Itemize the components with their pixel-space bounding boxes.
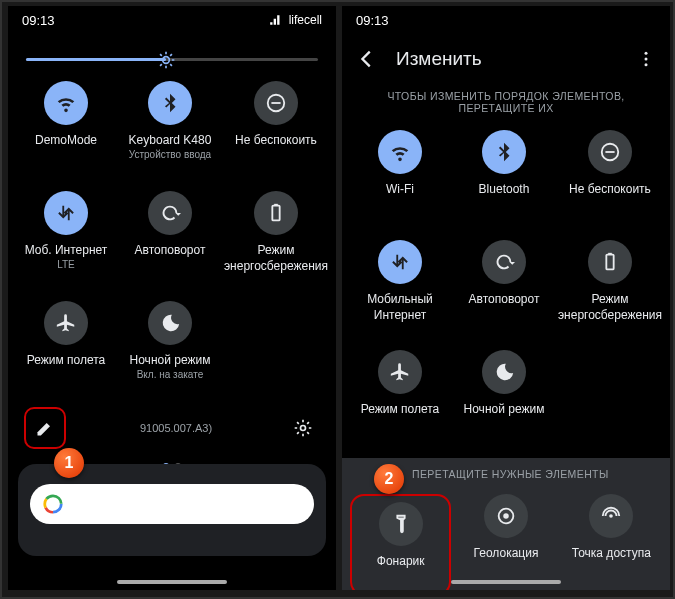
tile-label: Не беспокоить xyxy=(569,182,651,198)
tile-label: Keyboard K480 xyxy=(129,133,212,149)
tile-flashlight[interactable]: Фонарик xyxy=(356,502,445,588)
tile-sublabel: LTE xyxy=(57,259,75,270)
step-badge-1: 1 xyxy=(54,448,84,478)
build-number: 91005.007.A3) xyxy=(66,422,286,434)
flashlight-icon xyxy=(390,513,412,535)
tile-dnd[interactable]: Не беспокоить xyxy=(224,81,328,167)
clock: 09:13 xyxy=(22,13,55,28)
hotspot-icon xyxy=(600,505,622,527)
step-badge-2: 2 xyxy=(374,464,404,494)
tile-sublabel: Вкл. на закате xyxy=(137,369,204,380)
tile-label: Wi-Fi xyxy=(386,182,414,198)
tile-dnd[interactable]: Не беспокоить xyxy=(558,130,662,216)
bluetooth-icon xyxy=(493,141,515,163)
tile-label: Режим энергосбережения xyxy=(558,292,662,323)
tile-label: Bluetooth xyxy=(479,182,530,198)
back-button[interactable] xyxy=(356,48,378,70)
tile-location[interactable]: Геолокация xyxy=(455,494,556,590)
wifi-icon xyxy=(55,92,77,114)
data-icon xyxy=(55,202,77,224)
gesture-bar[interactable] xyxy=(451,580,561,584)
search-bar[interactable] xyxy=(30,484,314,524)
gesture-bar[interactable] xyxy=(117,580,227,584)
tile-data[interactable]: Мобильный Интернет xyxy=(350,240,450,326)
dnd-icon xyxy=(265,92,287,114)
qs-footer: 91005.007.A3) xyxy=(8,401,336,455)
page-title: Изменить xyxy=(396,48,618,70)
brightness-slider[interactable] xyxy=(8,34,336,71)
brightness-icon xyxy=(156,50,176,70)
tile-label: Не беспокоить xyxy=(235,133,317,149)
reorder-hint: ЧТОБЫ ИЗМЕНИТЬ ПОРЯДОК ЭЛЕМЕНТОВ, ПЕРЕТА… xyxy=(342,80,670,120)
tile-label: Точка доступа xyxy=(572,546,651,562)
battery-icon xyxy=(599,251,621,273)
moon-icon xyxy=(159,312,181,334)
back-icon xyxy=(356,48,378,70)
tile-battery[interactable]: Режим энергосбережения xyxy=(558,240,662,326)
wifi-icon xyxy=(389,141,411,163)
tile-bluetooth[interactable]: Bluetooth xyxy=(454,130,554,216)
tile-label: DemoMode xyxy=(35,133,97,149)
tile-wifi[interactable]: DemoMode xyxy=(16,81,116,167)
rotate-icon xyxy=(159,202,181,224)
tile-sublabel: Устройство ввода xyxy=(129,149,211,160)
edit-button[interactable] xyxy=(28,411,62,445)
carrier-label: lifecell xyxy=(289,13,322,27)
tile-data[interactable]: Моб. Интернет LTE xyxy=(16,191,116,277)
status-bar: 09:13 lifecell xyxy=(8,6,336,34)
tile-label: Режим энергосбережения xyxy=(224,243,328,274)
tile-label: Режим полета xyxy=(27,353,106,369)
tile-hotspot[interactable]: Точка доступа xyxy=(561,494,662,590)
tile-label: Геолокация xyxy=(474,546,539,562)
more-button[interactable] xyxy=(636,49,656,69)
data-icon xyxy=(389,251,411,273)
tile-label: Фонарик xyxy=(377,554,425,570)
tile-label: Ночной режим xyxy=(130,353,211,369)
tile-label: Мобильный Интернет xyxy=(350,292,450,323)
tile-moon[interactable]: Ночной режим Вкл. на закате xyxy=(120,301,220,387)
tile-airplane[interactable]: Режим полета xyxy=(350,350,450,436)
tile-label: Режим полета xyxy=(361,402,440,418)
home-search-panel xyxy=(18,464,326,556)
google-logo-icon xyxy=(42,493,64,515)
tile-wifi[interactable]: Wi-Fi xyxy=(350,130,450,216)
bluetooth-icon xyxy=(159,92,181,114)
tile-label: Автоповорот xyxy=(135,243,206,259)
tile-moon[interactable]: Ночной режим xyxy=(454,350,554,436)
dnd-icon xyxy=(599,141,621,163)
pencil-icon xyxy=(35,418,55,438)
location-icon xyxy=(495,505,517,527)
edit-button-highlight xyxy=(24,407,66,449)
flashlight-highlight: Фонарик xyxy=(350,494,451,590)
moon-icon xyxy=(493,361,515,383)
edit-tiles-screen: 09:13 Изменить ЧТОБЫ ИЗМЕНИТЬ ПОРЯДОК ЭЛ… xyxy=(342,6,670,590)
tile-airplane[interactable]: Режим полета xyxy=(16,301,116,387)
tile-label: Автоповорот xyxy=(469,292,540,308)
tile-rotate[interactable]: Автоповорот xyxy=(120,191,220,277)
signal-icon xyxy=(269,13,283,27)
more-icon xyxy=(636,49,656,69)
tile-label: Моб. Интернет xyxy=(25,243,108,259)
tile-label: Ночной режим xyxy=(464,402,545,418)
rotate-icon xyxy=(493,251,515,273)
battery-icon xyxy=(265,202,287,224)
app-bar: Изменить xyxy=(342,34,670,80)
airplane-icon xyxy=(55,312,77,334)
tile-battery[interactable]: Режим энергосбережения xyxy=(224,191,328,277)
tile-rotate[interactable]: Автоповорот xyxy=(454,240,554,326)
gear-icon xyxy=(293,418,313,438)
settings-button[interactable] xyxy=(286,411,320,445)
quick-settings-screen: 09:13 lifecell DemoMode Keyboard K480 Ус… xyxy=(8,6,336,590)
airplane-icon xyxy=(389,361,411,383)
status-bar: 09:13 xyxy=(342,6,670,34)
clock: 09:13 xyxy=(356,13,389,28)
tile-bluetooth[interactable]: Keyboard K480 Устройство ввода xyxy=(120,81,220,167)
